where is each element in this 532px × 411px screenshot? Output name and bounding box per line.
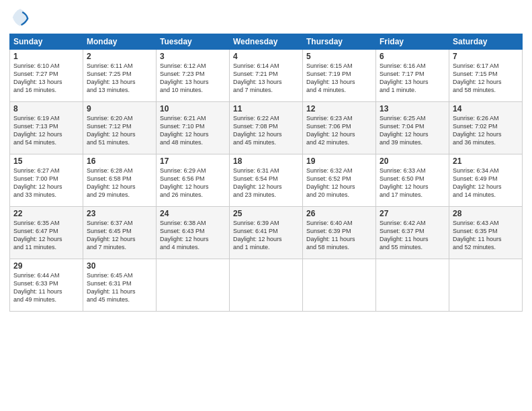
day-number: 18 — [233, 156, 299, 166]
day-info: Sunrise: 6:25 AMSunset: 7:04 PMDaylight:… — [380, 114, 445, 147]
day-number: 26 — [306, 209, 372, 218]
day-cell-14: 14Sunrise: 6:26 AMSunset: 7:02 PMDayligh… — [449, 102, 523, 154]
day-cell-17: 17Sunrise: 6:29 AMSunset: 6:56 PMDayligh… — [157, 154, 230, 207]
day-number: 8 — [13, 104, 79, 113]
empty-cell — [303, 259, 376, 312]
day-info: Sunrise: 6:32 AMSunset: 6:52 PMDaylight:… — [306, 167, 372, 199]
day-header-wednesday: Wednesday — [230, 34, 303, 50]
empty-cell — [230, 259, 303, 312]
day-header-monday: Monday — [83, 34, 157, 50]
day-number: 5 — [306, 52, 372, 61]
day-number: 9 — [87, 104, 152, 113]
day-info: Sunrise: 6:10 AMSunset: 7:27 PMDaylight:… — [13, 62, 79, 95]
day-number: 3 — [160, 52, 226, 61]
day-cell-15: 15Sunrise: 6:27 AMSunset: 7:00 PMDayligh… — [10, 154, 83, 207]
day-cell-4: 4Sunrise: 6:14 AMSunset: 7:21 PMDaylight… — [230, 50, 303, 102]
calendar-week-1: 1Sunrise: 6:10 AMSunset: 7:27 PMDaylight… — [10, 50, 523, 102]
day-info: Sunrise: 6:27 AMSunset: 7:00 PMDaylight:… — [13, 167, 79, 199]
day-cell-6: 6Sunrise: 6:16 AMSunset: 7:17 PMDaylight… — [376, 50, 449, 102]
day-cell-3: 3Sunrise: 6:12 AMSunset: 7:23 PMDaylight… — [157, 50, 230, 102]
day-cell-11: 11Sunrise: 6:22 AMSunset: 7:08 PMDayligh… — [230, 102, 303, 154]
day-info: Sunrise: 6:26 AMSunset: 7:02 PMDaylight:… — [453, 114, 519, 147]
day-number: 19 — [306, 156, 372, 166]
day-info: Sunrise: 6:33 AMSunset: 6:50 PMDaylight:… — [380, 167, 445, 199]
logo-icon — [9, 7, 31, 28]
day-cell-1: 1Sunrise: 6:10 AMSunset: 7:27 PMDaylight… — [10, 50, 83, 102]
day-number: 11 — [233, 104, 299, 113]
day-info: Sunrise: 6:39 AMSunset: 6:41 PMDaylight:… — [233, 219, 299, 252]
day-info: Sunrise: 6:22 AMSunset: 7:08 PMDaylight:… — [233, 114, 299, 147]
day-info: Sunrise: 6:38 AMSunset: 6:43 PMDaylight:… — [160, 219, 226, 252]
day-info: Sunrise: 6:44 AMSunset: 6:33 PMDaylight:… — [13, 271, 79, 304]
day-header-saturday: Saturday — [449, 34, 523, 50]
empty-cell — [449, 259, 523, 312]
day-header-thursday: Thursday — [303, 34, 376, 50]
day-info: Sunrise: 6:29 AMSunset: 6:56 PMDaylight:… — [160, 167, 226, 199]
day-info: Sunrise: 6:43 AMSunset: 6:35 PMDaylight:… — [453, 219, 519, 252]
day-info: Sunrise: 6:21 AMSunset: 7:10 PMDaylight:… — [160, 114, 226, 147]
day-number: 12 — [306, 104, 372, 113]
empty-cell — [157, 259, 230, 312]
day-info: Sunrise: 6:42 AMSunset: 6:37 PMDaylight:… — [380, 219, 445, 252]
day-cell-20: 20Sunrise: 6:33 AMSunset: 6:50 PMDayligh… — [376, 154, 449, 207]
day-number: 13 — [380, 104, 445, 113]
day-number: 7 — [453, 52, 519, 61]
day-info: Sunrise: 6:40 AMSunset: 6:39 PMDaylight:… — [306, 219, 372, 252]
day-info: Sunrise: 6:11 AMSunset: 7:25 PMDaylight:… — [87, 62, 152, 95]
day-number: 6 — [380, 52, 445, 61]
day-info: Sunrise: 6:35 AMSunset: 6:47 PMDaylight:… — [13, 219, 79, 252]
day-cell-12: 12Sunrise: 6:23 AMSunset: 7:06 PMDayligh… — [303, 102, 376, 154]
day-cell-9: 9Sunrise: 6:20 AMSunset: 7:12 PMDaylight… — [83, 102, 157, 154]
day-cell-25: 25Sunrise: 6:39 AMSunset: 6:41 PMDayligh… — [230, 207, 303, 259]
day-info: Sunrise: 6:14 AMSunset: 7:21 PMDaylight:… — [233, 62, 299, 95]
day-info: Sunrise: 6:34 AMSunset: 6:49 PMDaylight:… — [453, 167, 519, 199]
day-number: 24 — [160, 209, 226, 218]
day-cell-8: 8Sunrise: 6:19 AMSunset: 7:13 PMDaylight… — [10, 102, 83, 154]
day-info: Sunrise: 6:37 AMSunset: 6:45 PMDaylight:… — [87, 219, 152, 252]
calendar-week-5: 29Sunrise: 6:44 AMSunset: 6:33 PMDayligh… — [10, 259, 523, 312]
day-number: 27 — [380, 209, 445, 218]
calendar-body: 1Sunrise: 6:10 AMSunset: 7:27 PMDaylight… — [10, 50, 523, 312]
calendar-header-row: SundayMondayTuesdayWednesdayThursdayFrid… — [10, 34, 523, 50]
day-number: 10 — [160, 104, 226, 113]
day-number: 14 — [453, 104, 519, 113]
day-info: Sunrise: 6:15 AMSunset: 7:19 PMDaylight:… — [306, 62, 372, 95]
day-info: Sunrise: 6:12 AMSunset: 7:23 PMDaylight:… — [160, 62, 226, 95]
day-number: 16 — [87, 156, 152, 166]
day-number: 1 — [13, 52, 79, 61]
day-number: 22 — [13, 209, 79, 218]
day-cell-29: 29Sunrise: 6:44 AMSunset: 6:33 PMDayligh… — [10, 259, 83, 312]
calendar-week-3: 15Sunrise: 6:27 AMSunset: 7:00 PMDayligh… — [10, 154, 523, 207]
day-number: 23 — [87, 209, 152, 218]
day-number: 25 — [233, 209, 299, 218]
day-number: 30 — [87, 261, 152, 271]
day-cell-26: 26Sunrise: 6:40 AMSunset: 6:39 PMDayligh… — [303, 207, 376, 259]
day-header-friday: Friday — [376, 34, 449, 50]
day-info: Sunrise: 6:28 AMSunset: 6:58 PMDaylight:… — [87, 167, 152, 199]
day-number: 4 — [233, 52, 299, 61]
day-header-sunday: Sunday — [10, 34, 83, 50]
day-cell-27: 27Sunrise: 6:42 AMSunset: 6:37 PMDayligh… — [376, 207, 449, 259]
day-info: Sunrise: 6:19 AMSunset: 7:13 PMDaylight:… — [13, 114, 79, 147]
day-header-tuesday: Tuesday — [157, 34, 230, 50]
day-number: 15 — [13, 156, 79, 166]
day-cell-18: 18Sunrise: 6:31 AMSunset: 6:54 PMDayligh… — [230, 154, 303, 207]
day-cell-22: 22Sunrise: 6:35 AMSunset: 6:47 PMDayligh… — [10, 207, 83, 259]
empty-cell — [376, 259, 449, 312]
day-cell-28: 28Sunrise: 6:43 AMSunset: 6:35 PMDayligh… — [449, 207, 523, 259]
day-info: Sunrise: 6:16 AMSunset: 7:17 PMDaylight:… — [380, 62, 445, 95]
day-cell-23: 23Sunrise: 6:37 AMSunset: 6:45 PMDayligh… — [83, 207, 157, 259]
day-cell-13: 13Sunrise: 6:25 AMSunset: 7:04 PMDayligh… — [376, 102, 449, 154]
calendar: SundayMondayTuesdayWednesdayThursdayFrid… — [9, 34, 523, 312]
day-number: 20 — [380, 156, 445, 166]
day-cell-24: 24Sunrise: 6:38 AMSunset: 6:43 PMDayligh… — [157, 207, 230, 259]
calendar-week-4: 22Sunrise: 6:35 AMSunset: 6:47 PMDayligh… — [10, 207, 523, 259]
day-info: Sunrise: 6:23 AMSunset: 7:06 PMDaylight:… — [306, 114, 372, 147]
day-info: Sunrise: 6:20 AMSunset: 7:12 PMDaylight:… — [87, 114, 152, 147]
day-number: 28 — [453, 209, 519, 218]
page-container: SundayMondayTuesdayWednesdayThursdayFrid… — [0, 0, 532, 411]
day-cell-2: 2Sunrise: 6:11 AMSunset: 7:25 PMDaylight… — [83, 50, 157, 102]
day-cell-7: 7Sunrise: 6:17 AMSunset: 7:15 PMDaylight… — [449, 50, 523, 102]
day-cell-19: 19Sunrise: 6:32 AMSunset: 6:52 PMDayligh… — [303, 154, 376, 207]
day-cell-10: 10Sunrise: 6:21 AMSunset: 7:10 PMDayligh… — [157, 102, 230, 154]
